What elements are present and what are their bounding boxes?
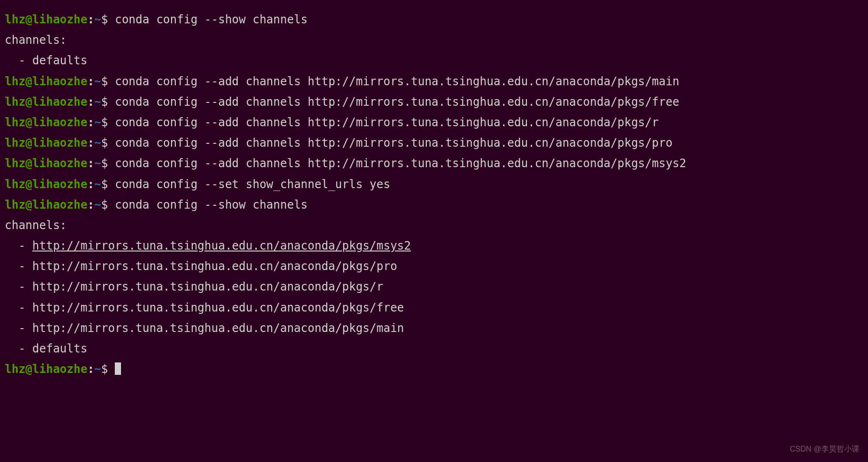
- prompt-colon: :: [87, 13, 94, 26]
- prompt-user-host: lhz@lihaozhe: [5, 136, 87, 150]
- prompt-symbol: $: [101, 362, 115, 376]
- output-text: - defaults: [5, 342, 87, 355]
- terminal-line: - http://mirrors.tuna.tsinghua.edu.cn/an…: [5, 277, 863, 297]
- output-link[interactable]: http://mirrors.tuna.tsinghua.edu.cn/anac…: [32, 239, 411, 252]
- prompt-symbol: $: [101, 116, 115, 129]
- prompt-user-host: lhz@lihaozhe: [5, 116, 87, 129]
- prompt-path: ~: [94, 95, 101, 109]
- terminal-line: lhz@lihaozhe:~$: [5, 359, 863, 380]
- prompt-user-host: lhz@lihaozhe: [5, 75, 87, 88]
- prompt-path: ~: [94, 198, 101, 211]
- prompt-colon: :: [87, 178, 94, 191]
- output-text: channels:: [5, 33, 67, 47]
- prompt-path: ~: [94, 157, 101, 170]
- prompt-path: ~: [94, 75, 101, 88]
- command-text: conda config --add channels http://mirro…: [115, 136, 672, 150]
- terminal-line: - http://mirrors.tuna.tsinghua.edu.cn/an…: [5, 256, 863, 277]
- terminal-line: lhz@lihaozhe:~$ conda config --show chan…: [5, 195, 863, 215]
- terminal-window[interactable]: lhz@lihaozhe:~$ conda config --show chan…: [5, 10, 863, 380]
- terminal-line: channels:: [5, 215, 863, 236]
- prompt-symbol: $: [101, 95, 115, 109]
- prompt-symbol: $: [101, 178, 115, 191]
- prompt-path: ~: [94, 178, 101, 191]
- output-text: - http://mirrors.tuna.tsinghua.edu.cn/an…: [5, 321, 404, 335]
- terminal-line: lhz@lihaozhe:~$ conda config --set show_…: [5, 174, 863, 195]
- terminal-line: lhz@lihaozhe:~$ conda config --show chan…: [5, 10, 863, 30]
- prompt-colon: :: [87, 136, 94, 150]
- prompt-path: ~: [94, 136, 101, 150]
- prompt-path: ~: [94, 13, 101, 26]
- prompt-user-host: lhz@lihaozhe: [5, 178, 87, 191]
- prompt-symbol: $: [101, 75, 115, 88]
- terminal-line: - defaults: [5, 339, 863, 359]
- terminal-line: - http://mirrors.tuna.tsinghua.edu.cn/an…: [5, 236, 863, 256]
- prompt-user-host: lhz@lihaozhe: [5, 13, 87, 26]
- prompt-colon: :: [87, 75, 94, 88]
- prompt-user-host: lhz@lihaozhe: [5, 198, 87, 211]
- prompt-colon: :: [87, 157, 94, 170]
- output-text: channels:: [5, 219, 67, 232]
- prompt-symbol: $: [101, 136, 115, 150]
- command-text: conda config --add channels http://mirro…: [115, 116, 659, 129]
- prompt-symbol: $: [101, 157, 115, 170]
- command-text: conda config --set show_channel_urls yes: [115, 178, 390, 191]
- prompt-colon: :: [87, 95, 94, 109]
- terminal-line: lhz@lihaozhe:~$ conda config --add chann…: [5, 133, 863, 153]
- terminal-line: lhz@lihaozhe:~$ conda config --add chann…: [5, 92, 863, 112]
- terminal-line: - defaults: [5, 50, 863, 71]
- prompt-path: ~: [94, 362, 101, 376]
- command-text: conda config --show channels: [115, 13, 308, 26]
- prompt-colon: :: [87, 362, 94, 376]
- prompt-user-host: lhz@lihaozhe: [5, 362, 87, 376]
- terminal-line: - http://mirrors.tuna.tsinghua.edu.cn/an…: [5, 298, 863, 318]
- command-text: conda config --show channels: [115, 198, 308, 211]
- prompt-symbol: $: [101, 198, 115, 211]
- watermark: CSDN @李昊哲小课: [790, 442, 859, 456]
- terminal-line: - http://mirrors.tuna.tsinghua.edu.cn/an…: [5, 318, 863, 339]
- prompt-user-host: lhz@lihaozhe: [5, 95, 87, 109]
- terminal-line: lhz@lihaozhe:~$ conda config --add chann…: [5, 71, 863, 92]
- output-text: - http://mirrors.tuna.tsinghua.edu.cn/an…: [5, 260, 397, 273]
- prompt-colon: :: [87, 198, 94, 211]
- output-prefix: -: [5, 239, 32, 252]
- command-text: conda config --add channels http://mirro…: [115, 95, 679, 109]
- output-text: - http://mirrors.tuna.tsinghua.edu.cn/an…: [5, 280, 384, 293]
- prompt-symbol: $: [101, 13, 115, 26]
- prompt-path: ~: [94, 116, 101, 129]
- output-text: - defaults: [5, 54, 87, 67]
- prompt-user-host: lhz@lihaozhe: [5, 157, 87, 170]
- terminal-line: channels:: [5, 30, 863, 50]
- command-text: conda config --add channels http://mirro…: [115, 157, 686, 170]
- output-text: - http://mirrors.tuna.tsinghua.edu.cn/an…: [5, 301, 404, 314]
- terminal-line: lhz@lihaozhe:~$ conda config --add chann…: [5, 112, 863, 133]
- terminal-line: lhz@lihaozhe:~$ conda config --add chann…: [5, 153, 863, 174]
- cursor-icon: [115, 362, 121, 375]
- command-text: conda config --add channels http://mirro…: [115, 75, 679, 88]
- prompt-colon: :: [87, 116, 94, 129]
